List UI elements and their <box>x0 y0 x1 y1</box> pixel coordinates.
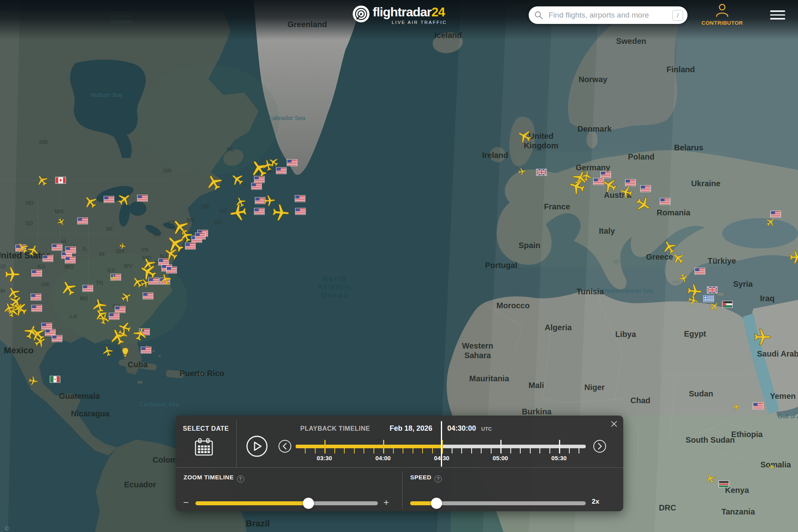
flag-us-marker[interactable] <box>32 270 41 276</box>
flag-us-marker[interactable] <box>254 208 264 215</box>
timeline-tick <box>539 448 540 453</box>
zoom-in-button[interactable]: + <box>383 498 389 507</box>
flag-us-marker[interactable] <box>287 160 297 166</box>
playback-date[interactable]: Feb 18, 2026 <box>383 424 439 433</box>
flag-us-marker[interactable] <box>593 178 603 185</box>
flag-us-marker[interactable] <box>104 196 114 203</box>
map-label: Germany <box>576 163 611 172</box>
flag-us-marker[interactable] <box>137 195 147 201</box>
map-label: Portugal <box>485 261 517 270</box>
map-label: ON <box>163 167 172 174</box>
calendar-icon[interactable] <box>194 438 213 456</box>
map-label: France <box>544 202 570 211</box>
flag-ke-marker[interactable] <box>719 481 729 487</box>
flag-us-marker[interactable] <box>195 233 205 239</box>
flag-us-marker[interactable] <box>295 208 305 215</box>
map-label: NS <box>215 219 222 226</box>
playback-panel: SELECT DATE PLAYBACK TIMELIN <box>176 416 623 511</box>
speed-slider-thumb[interactable] <box>431 498 442 509</box>
flag-us-marker[interactable] <box>625 179 635 186</box>
timeline-tick-label: 04:00 <box>371 455 395 461</box>
timeline-tick <box>549 448 550 453</box>
map-label: MB <box>39 139 48 145</box>
map-label: NY <box>153 232 161 238</box>
zoom-timeline-slider[interactable] <box>196 501 378 505</box>
flag-gr-marker[interactable] <box>703 296 713 302</box>
select-date-label: SELECT DATE <box>179 425 233 432</box>
flag-us-marker[interactable] <box>109 313 119 319</box>
flag-us-marker[interactable] <box>295 195 305 202</box>
flightradar24-logo[interactable]: flightradar24 LIVE AIR TRAFFIC <box>352 4 452 28</box>
flag-us-marker[interactable] <box>148 278 158 284</box>
panel-divider <box>236 420 237 467</box>
flag-us-marker[interactable] <box>43 255 53 262</box>
flag-us-marker[interactable] <box>660 198 670 205</box>
flag-us-marker[interactable] <box>770 211 780 217</box>
timeline-tick <box>403 448 403 453</box>
close-icon[interactable] <box>609 419 619 429</box>
flag-us-marker[interactable] <box>695 268 705 274</box>
flag-ca-marker[interactable] <box>55 177 65 183</box>
help-icon[interactable]: ? <box>435 475 442 483</box>
play-button[interactable] <box>246 435 268 457</box>
map-label: ME <box>187 217 195 223</box>
map-label: PA <box>142 246 149 253</box>
step-back-button[interactable] <box>278 439 292 453</box>
flag-us-marker[interactable] <box>77 218 87 224</box>
map-label: IN <box>99 251 105 257</box>
flag-us-marker[interactable] <box>41 323 51 329</box>
flag-gb-marker[interactable] <box>536 169 546 175</box>
map-label: SD <box>25 220 33 227</box>
flag-us-marker[interactable] <box>115 306 125 313</box>
flag-us-marker[interactable] <box>600 171 610 178</box>
flag-us-marker[interactable] <box>31 294 41 300</box>
speed-slider[interactable] <box>410 501 586 505</box>
flag-us-marker[interactable] <box>166 267 176 273</box>
map-label: CO <box>0 263 6 270</box>
flag-us-marker[interactable] <box>65 257 75 263</box>
map-label: Hudson Bay <box>90 91 123 98</box>
flag-us-marker[interactable] <box>83 285 93 292</box>
timeline-playhead[interactable] <box>441 421 442 467</box>
contributor-person-icon <box>715 3 730 18</box>
map-label: Gulf of A <box>778 413 798 420</box>
help-icon[interactable]: ? <box>237 475 244 483</box>
flag-us-marker[interactable] <box>52 244 62 250</box>
flag-us-marker[interactable] <box>52 335 62 342</box>
map-label: TN <box>96 280 103 286</box>
zoom-timeline-label: ZOOM TIMELINE? <box>184 474 244 483</box>
flag-ps-marker[interactable] <box>722 301 732 307</box>
search-bar[interactable]: / <box>529 6 687 24</box>
playback-timeline-title: PLAYBACK TIMELINE <box>295 425 375 432</box>
map-label: Romania <box>657 208 691 217</box>
flag-us-marker[interactable] <box>32 305 41 311</box>
step-forward-button[interactable] <box>593 439 606 453</box>
flag-us-marker[interactable] <box>141 347 151 353</box>
map-label: Mali <box>529 381 544 390</box>
flag-us-marker[interactable] <box>143 293 153 299</box>
map-label: NM <box>0 288 5 294</box>
flag-us-marker[interactable] <box>45 329 55 336</box>
flag-mx-marker[interactable] <box>50 376 60 382</box>
map-label: Tunisia <box>577 287 604 296</box>
zoom-out-button[interactable]: − <box>183 498 189 507</box>
flag-us-marker[interactable] <box>753 403 763 409</box>
flag-us-marker[interactable] <box>65 247 75 253</box>
map-label: Ireland <box>482 151 508 160</box>
flag-us-marker[interactable] <box>158 259 168 265</box>
flag-us-marker[interactable] <box>255 197 265 204</box>
flag-us-marker[interactable] <box>640 185 650 192</box>
flag-us-marker[interactable] <box>251 183 261 189</box>
menu-button[interactable] <box>770 10 785 22</box>
map-label: MO <box>65 264 74 270</box>
map-label: South Sudan <box>685 435 735 444</box>
search-input[interactable] <box>548 6 668 24</box>
flag-us-marker[interactable] <box>185 243 195 249</box>
flag-gb-marker[interactable] <box>707 287 717 293</box>
flag-us-marker[interactable] <box>254 176 264 183</box>
zoom-slider-thumb[interactable] <box>303 498 314 509</box>
flag-us-marker[interactable] <box>276 167 286 174</box>
contributor-button[interactable]: CONTRIBUTOR <box>699 3 745 26</box>
map-attribution: © <box>5 525 9 532</box>
flag-us-marker[interactable] <box>111 274 120 280</box>
